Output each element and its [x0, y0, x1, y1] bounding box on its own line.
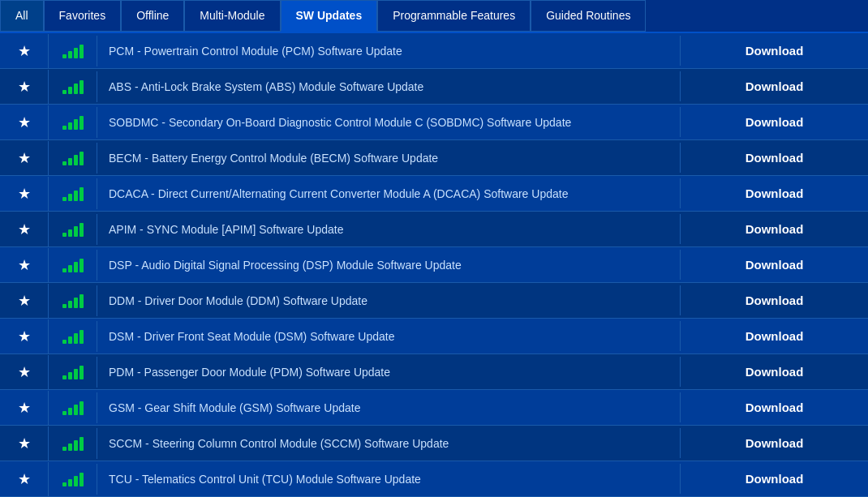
signal-bar-1	[62, 233, 67, 237]
download-button[interactable]: Download	[680, 285, 868, 315]
star-icon[interactable]: ★	[18, 435, 31, 452]
signal-col	[49, 428, 97, 459]
module-name: DSP - Audio Digital Signal Processing (D…	[97, 251, 680, 280]
signal-bars-icon	[62, 151, 84, 165]
table-row: ★ DSM - Driver Front Seat Module (DSM) S…	[0, 319, 868, 354]
signal-col	[49, 285, 97, 316]
download-button[interactable]: Download	[680, 392, 868, 422]
signal-bar-3	[74, 119, 78, 130]
download-button[interactable]: Download	[680, 107, 868, 137]
module-name: PDM - Passenger Door Module (PDM) Softwa…	[97, 358, 680, 387]
signal-bar-2	[68, 51, 72, 58]
tab-programmable-features[interactable]: Programmable Features	[377, 0, 531, 32]
star-icon[interactable]: ★	[18, 78, 31, 96]
signal-bars-icon	[62, 115, 84, 130]
signal-col	[49, 36, 97, 66]
signal-bar-4	[79, 187, 84, 201]
signal-bar-1	[62, 54, 67, 58]
favorite-star-col[interactable]: ★	[0, 248, 49, 282]
signal-bar-3	[74, 440, 78, 451]
signal-col	[49, 464, 97, 495]
signal-bar-3	[74, 48, 78, 58]
download-button[interactable]: Download	[680, 36, 868, 66]
signal-bar-2	[68, 372, 72, 379]
signal-bar-4	[79, 152, 84, 165]
star-icon[interactable]: ★	[18, 221, 31, 238]
favorite-star-col[interactable]: ★	[0, 284, 49, 318]
favorite-star-col[interactable]: ★	[0, 105, 49, 139]
signal-bars-icon	[62, 329, 84, 344]
download-button[interactable]: Download	[680, 214, 868, 244]
download-button[interactable]: Download	[680, 321, 868, 351]
download-button[interactable]: Download	[680, 143, 868, 173]
download-button[interactable]: Download	[680, 464, 868, 494]
table-row: ★ PCM - Powertrain Control Module (PCM) …	[0, 33, 868, 69]
favorite-star-col[interactable]: ★	[0, 141, 49, 175]
favorite-star-col[interactable]: ★	[0, 426, 49, 461]
download-button[interactable]: Download	[680, 178, 868, 208]
signal-bar-1	[62, 126, 67, 130]
favorite-star-col[interactable]: ★	[0, 355, 49, 389]
star-icon[interactable]: ★	[18, 328, 31, 345]
star-icon[interactable]: ★	[18, 42, 31, 60]
signal-bars-icon	[62, 401, 84, 415]
table-row: ★ SOBDMC - Secondary On-Board Diagnostic…	[0, 105, 868, 140]
signal-bar-2	[68, 229, 72, 237]
tab-guided-routines[interactable]: Guided Routines	[531, 0, 646, 32]
table-row: ★ TCU - Telematics Control Unit (TCU) Mo…	[0, 461, 868, 497]
signal-bar-2	[68, 265, 72, 272]
download-button[interactable]: Download	[680, 428, 868, 458]
tab-offline[interactable]: Offline	[121, 0, 184, 32]
module-name: DSM - Driver Front Seat Module (DSM) Sof…	[97, 322, 680, 351]
signal-bar-4	[79, 80, 84, 94]
signal-bar-4	[79, 223, 84, 237]
signal-bar-3	[74, 333, 78, 344]
star-icon[interactable]: ★	[18, 470, 31, 488]
signal-bar-3	[74, 405, 78, 415]
signal-bar-1	[62, 447, 67, 451]
favorite-star-col[interactable]: ★	[0, 391, 49, 425]
signal-bars-icon	[62, 293, 84, 308]
signal-bars-icon	[62, 472, 84, 486]
star-icon[interactable]: ★	[18, 292, 31, 310]
download-button[interactable]: Download	[680, 71, 868, 101]
signal-bar-3	[74, 226, 78, 237]
table-row: ★ GSM - Gear Shift Module (GSM) Software…	[0, 390, 868, 426]
favorite-star-col[interactable]: ★	[0, 212, 49, 246]
signal-bar-3	[74, 262, 78, 272]
module-name: APIM - SYNC Module [APIM] Software Updat…	[97, 215, 680, 244]
module-name: BECM - Battery Energy Control Module (BE…	[97, 144, 680, 173]
signal-col	[49, 357, 97, 388]
table-row: ★ SCCM - Steering Column Control Module …	[0, 426, 868, 461]
star-icon[interactable]: ★	[18, 185, 31, 203]
signal-bars-icon	[62, 365, 84, 379]
download-button[interactable]: Download	[680, 357, 868, 387]
signal-col	[49, 71, 97, 102]
favorite-star-col[interactable]: ★	[0, 319, 49, 353]
tab-multi-module[interactable]: Multi-Module	[184, 0, 280, 32]
signal-bar-4	[79, 294, 84, 308]
star-icon[interactable]: ★	[18, 149, 31, 167]
signal-bar-1	[62, 197, 67, 201]
tab-all[interactable]: All	[0, 0, 44, 32]
star-icon[interactable]: ★	[18, 256, 31, 274]
star-icon[interactable]: ★	[18, 114, 31, 131]
signal-bar-1	[62, 340, 67, 344]
signal-bars-icon	[62, 436, 84, 451]
signal-bar-2	[68, 479, 72, 486]
module-name: SCCM - Steering Column Control Module (S…	[97, 429, 680, 458]
favorite-star-col[interactable]: ★	[0, 34, 49, 68]
favorite-star-col[interactable]: ★	[0, 177, 49, 211]
favorite-star-col[interactable]: ★	[0, 70, 49, 104]
signal-col	[49, 143, 97, 174]
tab-favorites[interactable]: Favorites	[44, 0, 122, 32]
signal-bar-1	[62, 375, 67, 379]
favorite-star-col[interactable]: ★	[0, 462, 49, 496]
download-button[interactable]: Download	[680, 250, 868, 280]
star-icon[interactable]: ★	[18, 399, 31, 417]
signal-bar-3	[74, 155, 78, 165]
table-row: ★ ABS - Anti-Lock Brake System (ABS) Mod…	[0, 69, 868, 105]
star-icon[interactable]: ★	[18, 363, 31, 381]
tab-bar: All Favorites Offline Multi-Module SW Up…	[0, 0, 868, 33]
tab-sw-updates[interactable]: SW Updates	[281, 0, 378, 32]
